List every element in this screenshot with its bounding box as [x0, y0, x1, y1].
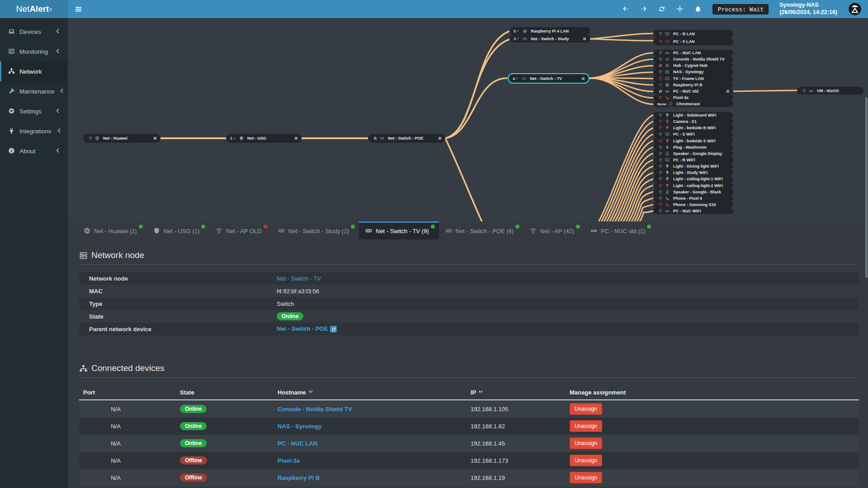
node-row[interactable]: PC - NUC old [653, 88, 733, 94]
node-handle[interactable] [582, 77, 585, 80]
node-row[interactable]: Phone - Pixel 6 [653, 195, 733, 202]
device-type-icon [664, 183, 670, 188]
table-row: N/A Offline Raspberry Pi B 192.168.1.19 … [79, 469, 859, 486]
external-link-icon[interactable] [330, 326, 337, 333]
node-row[interactable]: Pixel-3a [653, 94, 733, 101]
node-net-usg[interactable]: 1 Net - USG [226, 134, 302, 143]
parent-device-link[interactable]: Net - Switch - POE [277, 325, 328, 332]
unassign-button[interactable]: Unassign [570, 472, 602, 483]
sidebar-item[interactable]: Settings [0, 101, 68, 121]
unassign-button[interactable]: Unassign [570, 437, 602, 449]
node-row[interactable]: PC - NUC WiFi [653, 208, 733, 214]
state-badge: Online [180, 405, 207, 413]
node-label: Light - ceiling-light-2 WiFi [673, 183, 723, 188]
user-avatar[interactable] [848, 2, 862, 16]
node-row[interactable]: Camera - E1 [653, 118, 733, 125]
node-tab[interactable]: Net - Switch - POE (4) [439, 221, 524, 239]
node-label: Net - USG [247, 136, 266, 141]
node-row[interactable]: NAS - Synology [653, 69, 733, 75]
sidebar-item[interactable]: Integrations [0, 121, 68, 141]
node-row[interactable]: Raspberry Pi B [653, 82, 733, 88]
node-handle[interactable] [295, 137, 297, 140]
node-row[interactable]: Light - Dining light WiFi [653, 163, 733, 169]
refresh-button[interactable] [658, 5, 665, 13]
node-tab[interactable]: Net - Switch - Study (2) [272, 221, 359, 239]
move-pages-button[interactable] [676, 5, 684, 13]
sidebar-item[interactable]: Maintenance [0, 81, 68, 101]
unassign-button[interactable]: Unassign [570, 455, 602, 466]
col-hostname[interactable]: Hostname [278, 389, 471, 396]
sidebar-toggle-button[interactable] [68, 0, 89, 18]
node-row[interactable]: TV - Frame LAN [653, 75, 733, 82]
node-row[interactable]: PC - B WiFi [653, 157, 733, 163]
node-row[interactable]: Speaker - Google - Black [653, 189, 733, 195]
hostname-link[interactable]: Raspberry Pi B [278, 474, 320, 481]
node-tab[interactable]: Net - AP (42) [524, 221, 584, 239]
tab-label: Net - Switch - TV (9) [376, 228, 429, 235]
node-group-wifi-children[interactable]: Light - Sideboard WiFi Camera - E1 Light… [653, 112, 733, 214]
unassign-button[interactable]: Unassign [570, 403, 602, 415]
connection-state-icon [657, 51, 663, 55]
node-row[interactable]: Console - Nvidia Shield TV [653, 56, 733, 62]
node-row[interactable]: Plug - Washroom [653, 144, 733, 150]
sidebar-item[interactable]: Monitoring [0, 42, 68, 61]
node-row[interactable]: Phone - Samsung S10 [653, 202, 733, 208]
nav-forward-button[interactable] [640, 5, 647, 13]
node-row[interactable]: Speaker - Google Display [653, 150, 733, 157]
node-handle[interactable] [154, 137, 156, 140]
node-row[interactable]: Light - ceiling-light-2 WiFi [653, 183, 733, 189]
network-node-link[interactable]: Net - Switch - TV [277, 275, 321, 282]
col-ip[interactable]: IP [471, 389, 570, 396]
node-group-study[interactable]: 5 Raspberry Pi 4 LAN 3 Net - Switch - St… [509, 27, 590, 42]
node-row[interactable]: PC - S LAN [653, 38, 733, 45]
hostname-link[interactable]: PC - NUC LAN [278, 440, 317, 447]
info-row: Parent network device Net - Switch - POE [79, 323, 859, 335]
node-vm-nixos[interactable]: VM - NixOS [797, 87, 863, 94]
hostname-link[interactable]: NAS - Synology [278, 423, 322, 430]
nav-back-button[interactable] [622, 5, 629, 13]
node-tab[interactable]: Net - Huawei (1) [77, 221, 147, 239]
tab-icon [153, 227, 160, 235]
node-handle[interactable] [583, 38, 586, 40]
node-net-huawei[interactable]: Net - Huawei [83, 134, 160, 143]
node-row[interactable]: PC - NUC LAN [653, 50, 733, 56]
sidebar-item[interactable]: Network [0, 61, 68, 81]
node-row[interactable]: 3 Net - Switch - Study [509, 35, 590, 42]
node-label: Phone - Pixel 6 [673, 196, 702, 201]
node-tab[interactable]: Net - Switch - TV (9) [359, 221, 439, 239]
notifications-bell-button[interactable] [694, 5, 702, 13]
node-net-switch-tv-selected[interactable]: 4 Net - Switch - TV [508, 73, 590, 84]
node-tab[interactable]: Net - AP OLD [209, 221, 272, 239]
node-row[interactable]: 5 Raspberry Pi 4 LAN [509, 27, 590, 35]
hostname-link[interactable]: Pixel-3a [278, 457, 300, 464]
app-logo[interactable]: NetAlertx [0, 0, 68, 18]
network-topology-canvas[interactable]: Net - Huawei 1 Net - USG Net - Switch - … [68, 18, 868, 221]
sidebar-item[interactable]: Devices [0, 22, 68, 42]
connection-state-icon [657, 119, 663, 124]
node-handle[interactable] [726, 90, 729, 93]
sidebar-item-icon [8, 108, 15, 115]
node-row[interactable]: Light - bedside B WiFi [653, 125, 733, 131]
state-badge: Online [277, 312, 303, 320]
node-row[interactable]: Hub - Cygnet Hub [653, 62, 733, 69]
node-row[interactable]: Light - Sideboard WiFi [653, 112, 733, 118]
node-row[interactable]: Light - Study WiFi [653, 169, 733, 176]
node-net-switch-poe[interactable]: Net - Switch - POE [368, 134, 445, 143]
unassign-button[interactable]: Unassign [570, 420, 602, 432]
shield-icon [238, 136, 244, 141]
node-row[interactable]: PC - S WiFi [653, 131, 733, 137]
node-tab[interactable]: PC - NUC old (1) [584, 221, 655, 239]
status-dot [647, 225, 651, 229]
sidebar-item[interactable]: About [0, 141, 68, 161]
node-row[interactable]: Light - ceiling-light-1 WiFi [653, 176, 733, 182]
node-row[interactable]: PC - B LAN [653, 30, 733, 38]
node-group-tv-children[interactable]: PC - NUC LAN Console - Nvidia Shield TV … [653, 50, 733, 107]
node-group-pc-lan[interactable]: PC - B LAN PC - S LAN [653, 30, 733, 45]
node-handle[interactable] [439, 137, 441, 140]
node-row[interactable]: Light - bedside S WiFi [653, 138, 733, 144]
hostname-link[interactable]: Console - Nvidia Shield TV [278, 406, 352, 413]
node-tab[interactable]: Net - USG (1) [147, 221, 209, 239]
page-scrollbar[interactable] [865, 97, 868, 278]
connection-state-icon [657, 170, 663, 175]
node-row[interactable]: None Chromecast [653, 101, 733, 107]
